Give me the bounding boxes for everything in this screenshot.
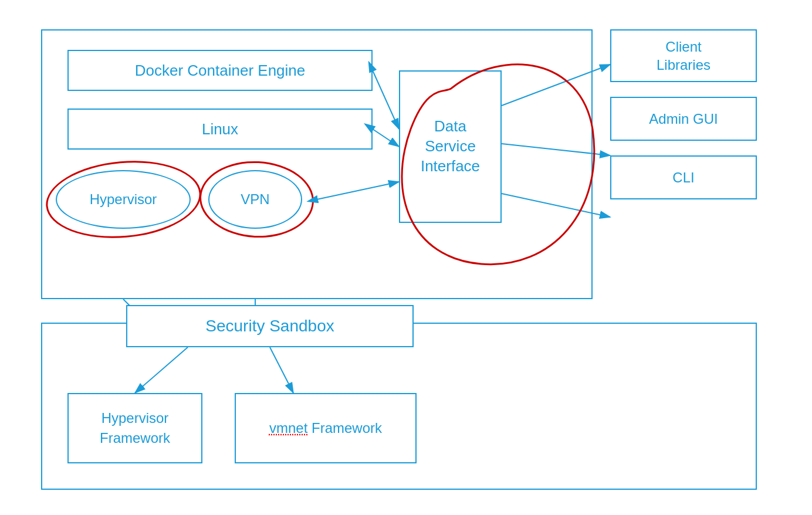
hypervisor-framework-box: HypervisorFramework xyxy=(67,393,202,463)
admin-gui-box: Admin GUI xyxy=(610,97,757,141)
docker-box: Docker Container Engine xyxy=(67,50,373,91)
hypervisor-oval: Hypervisor xyxy=(56,170,191,229)
cli-box: CLI xyxy=(610,155,757,199)
dsi-box: DataServiceInterface xyxy=(399,70,502,223)
diagram-container: Docker Container Engine Linux Hypervisor… xyxy=(23,12,792,504)
security-sandbox-box: Security Sandbox xyxy=(126,305,414,347)
vmnet-framework-box: vmnet Framework xyxy=(235,393,417,463)
linux-box: Linux xyxy=(67,109,373,150)
right-boxes: ClientLibraries Admin GUI CLI xyxy=(610,29,769,199)
client-libraries-box: ClientLibraries xyxy=(610,29,757,82)
vpn-oval: VPN xyxy=(208,170,302,229)
